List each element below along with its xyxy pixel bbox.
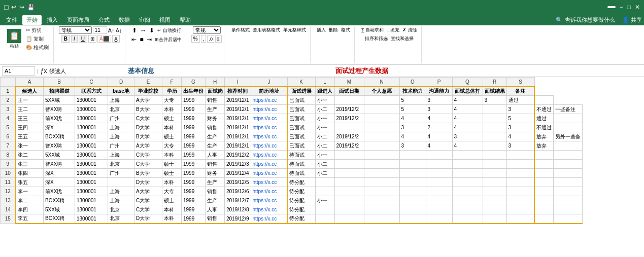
- data-cell[interactable]: 王三: [16, 114, 44, 123]
- data-cell[interactable]: [534, 187, 554, 196]
- data-cell[interactable]: 4: [426, 114, 452, 123]
- copy-button[interactable]: 📋 复制: [24, 35, 50, 43]
- data-cell[interactable]: [315, 214, 334, 224]
- data-cell[interactable]: [534, 205, 554, 214]
- data-cell[interactable]: https://x.cc: [251, 141, 287, 151]
- data-cell[interactable]: 张四: [16, 169, 44, 178]
- data-cell[interactable]: 深X: [44, 169, 75, 178]
- data-cell[interactable]: [483, 151, 506, 160]
- data-cell[interactable]: 5: [399, 96, 426, 105]
- cell-style-button[interactable]: 单元格样式: [282, 26, 307, 34]
- merge-center-button[interactable]: ⊞合并后居中: [154, 36, 183, 44]
- table-style-button[interactable]: 套用表格格式: [252, 26, 281, 34]
- data-cell[interactable]: 小二: [315, 141, 334, 151]
- data-cell[interactable]: 大专: [162, 96, 182, 105]
- data-cell[interactable]: https://x.cc: [251, 123, 287, 132]
- data-cell[interactable]: [399, 169, 426, 178]
- data-cell[interactable]: 上海: [108, 96, 134, 105]
- data-cell[interactable]: 4: [426, 141, 452, 151]
- cell-m1[interactable]: 面试日期: [334, 87, 364, 96]
- data-cell[interactable]: 李四: [16, 205, 44, 214]
- data-cell[interactable]: 2: [426, 123, 452, 132]
- data-cell[interactable]: https://x.cc: [251, 114, 287, 123]
- data-cell[interactable]: 4: [399, 132, 426, 141]
- data-cell[interactable]: 北京: [108, 105, 134, 114]
- number-format-select[interactable]: 常规: [193, 26, 221, 34]
- col-R[interactable]: R: [483, 78, 506, 87]
- data-cell[interactable]: 李一: [16, 187, 44, 196]
- data-cell[interactable]: [554, 214, 583, 224]
- data-cell[interactable]: A大学: [134, 141, 162, 151]
- data-cell[interactable]: 销售: [206, 160, 225, 169]
- col-P[interactable]: P: [426, 78, 452, 87]
- data-cell[interactable]: [108, 178, 134, 187]
- data-cell[interactable]: 待分配: [287, 178, 315, 187]
- data-cell[interactable]: [364, 187, 399, 196]
- data-cell[interactable]: 硕士: [162, 196, 182, 205]
- data-cell[interactable]: 2019/12/2: [334, 141, 364, 151]
- data-cell[interactable]: 4: [452, 96, 483, 105]
- data-cell[interactable]: 2019/12/2: [334, 114, 364, 123]
- data-cell[interactable]: 智XX聘: [44, 141, 75, 151]
- data-cell[interactable]: 1999: [182, 205, 206, 214]
- data-cell[interactable]: [315, 178, 334, 187]
- data-cell[interactable]: 财务: [206, 169, 225, 178]
- data-cell[interactable]: 待面试: [287, 151, 315, 160]
- tab-review[interactable]: 审阅: [135, 15, 154, 25]
- data-cell[interactable]: [534, 160, 554, 169]
- data-cell[interactable]: 4: [399, 114, 426, 123]
- data-cell[interactable]: https://x.cc: [251, 178, 287, 187]
- bold-button[interactable]: B: [61, 35, 70, 43]
- data-cell[interactable]: 王四: [16, 123, 44, 132]
- data-cell[interactable]: B大学: [134, 169, 162, 178]
- data-cell[interactable]: [399, 178, 426, 187]
- data-cell[interactable]: B大学: [134, 132, 162, 141]
- data-cell[interactable]: 2019/12/7: [225, 196, 251, 205]
- data-cell[interactable]: https://x.cc: [251, 132, 287, 141]
- tab-view[interactable]: 视图: [155, 15, 175, 25]
- data-cell[interactable]: D大学: [134, 214, 162, 224]
- data-cell[interactable]: 人事: [206, 151, 225, 160]
- data-cell[interactable]: [452, 187, 483, 196]
- data-cell[interactable]: https://x.cc: [251, 160, 287, 169]
- tab-home[interactable]: 开始: [22, 15, 42, 25]
- data-cell[interactable]: 1300001: [75, 178, 108, 187]
- data-cell[interactable]: [334, 96, 364, 105]
- data-cell[interactable]: [426, 178, 452, 187]
- data-cell[interactable]: 深X: [44, 178, 75, 187]
- cut-button[interactable]: ✂ 剪切: [24, 26, 50, 34]
- data-cell[interactable]: 3: [506, 123, 534, 132]
- data-cell[interactable]: [364, 151, 399, 160]
- data-cell[interactable]: 小一: [315, 96, 334, 105]
- tab-file[interactable]: 文件: [2, 15, 21, 25]
- data-cell[interactable]: [554, 151, 583, 160]
- data-cell[interactable]: 上海: [108, 196, 134, 205]
- data-cell[interactable]: 大专: [162, 141, 182, 151]
- data-cell[interactable]: [364, 160, 399, 169]
- data-cell[interactable]: 4: [506, 132, 534, 141]
- data-cell[interactable]: 3: [426, 105, 452, 114]
- data-cell[interactable]: 3: [506, 105, 534, 114]
- data-cell[interactable]: 已面试: [287, 96, 315, 105]
- fill-color-button[interactable]: A⬛: [97, 35, 111, 43]
- data-cell[interactable]: 1300001: [75, 214, 108, 224]
- data-cell[interactable]: 2019/12/3: [225, 160, 251, 169]
- data-cell[interactable]: 2019/12/2: [334, 132, 364, 141]
- data-cell[interactable]: 2019/12/1: [225, 105, 251, 114]
- data-cell[interactable]: [483, 178, 506, 187]
- col-E[interactable]: E: [134, 78, 162, 87]
- format-painter-button[interactable]: 🎨 格式刷: [24, 44, 50, 52]
- data-cell[interactable]: 4: [426, 132, 452, 141]
- data-cell[interactable]: 待分配: [287, 196, 315, 205]
- data-cell[interactable]: https://x.cc: [251, 205, 287, 214]
- data-cell[interactable]: 本科: [162, 105, 182, 114]
- data-cell[interactable]: [334, 151, 364, 160]
- data-cell[interactable]: [364, 214, 399, 224]
- data-cell[interactable]: [426, 196, 452, 205]
- data-cell[interactable]: 广州: [108, 114, 134, 123]
- data-cell[interactable]: https://x.cc: [251, 96, 287, 105]
- data-cell[interactable]: [483, 105, 506, 114]
- col-K[interactable]: K: [287, 78, 315, 87]
- data-cell[interactable]: [426, 205, 452, 214]
- data-cell[interactable]: [483, 214, 506, 224]
